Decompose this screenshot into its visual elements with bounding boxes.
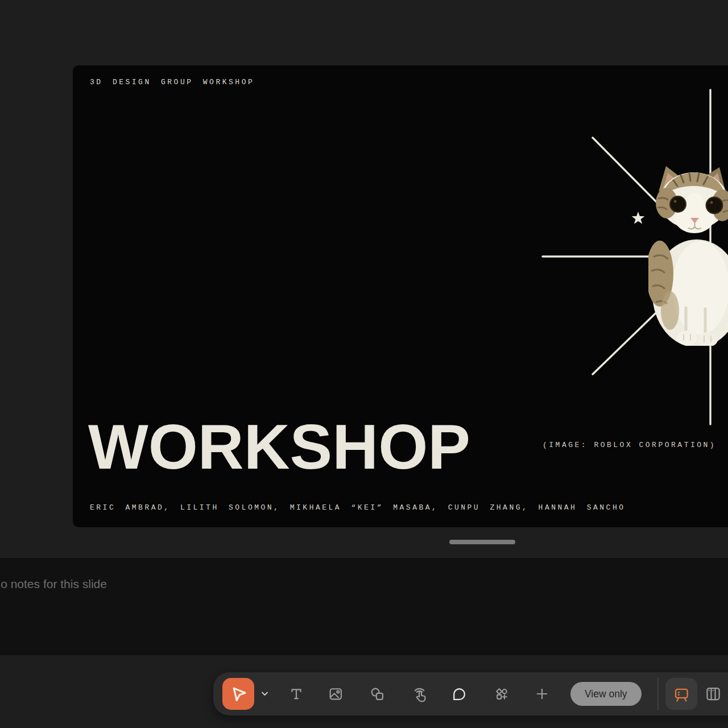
comment-bubble-icon — [451, 686, 467, 702]
image-credit: (IMAGE: ROBLOX CORPORATION) — [543, 441, 716, 449]
chevron-down-icon — [261, 692, 268, 696]
interaction-tool-button[interactable] — [409, 681, 429, 706]
bottom-toolbar: View only — [213, 672, 728, 715]
slide-authors: ERIC AMBRAD, LILITH SOLOMON, MIKHAELA “K… — [90, 503, 626, 512]
notes-placeholder: No notes for this slide — [0, 577, 107, 591]
select-tool-button[interactable] — [222, 678, 254, 710]
tap-gesture-icon — [411, 685, 428, 702]
presentation-easel-icon — [673, 685, 690, 702]
slide-view-toggle-button[interactable] — [665, 678, 697, 710]
shapes-icon — [369, 686, 385, 702]
cat-image — [648, 166, 728, 346]
app-canvas: 3D DESIGN GROUP WORKSHOP — [0, 0, 728, 728]
grid-view-icon — [705, 685, 722, 702]
slide-title: WORKSHOP — [88, 415, 470, 479]
notes-resize-handle[interactable] — [449, 540, 515, 544]
toolbar-separator — [657, 677, 659, 710]
view-only-badge[interactable]: View only — [570, 682, 642, 706]
text-tool-button[interactable] — [286, 681, 307, 706]
text-tool-icon — [288, 686, 304, 702]
shape-tool-button[interactable] — [367, 681, 387, 706]
star-shape — [632, 212, 645, 224]
slide-canvas[interactable]: 3D DESIGN GROUP WORKSHOP — [73, 65, 728, 527]
image-icon — [328, 686, 344, 702]
widgets-icon — [494, 686, 510, 702]
add-tool-button[interactable] — [532, 681, 552, 706]
cursor-icon — [229, 684, 248, 704]
speaker-notes-panel[interactable]: No notes for this slide — [0, 558, 728, 655]
plus-icon — [534, 686, 550, 702]
image-tool-button[interactable] — [325, 681, 346, 706]
grid-view-toggle-button[interactable] — [703, 681, 723, 706]
comment-tool-button[interactable] — [449, 681, 469, 706]
widgets-tool-button[interactable] — [491, 681, 512, 706]
tool-options-button[interactable] — [258, 685, 271, 703]
